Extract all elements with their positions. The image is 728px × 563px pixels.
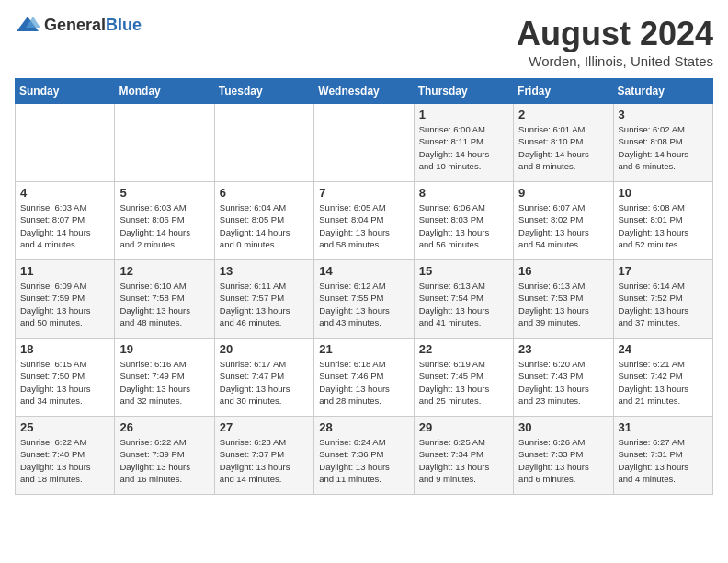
day-info: Sunrise: 6:10 AM Sunset: 7:58 PM Dayligh… (119, 280, 209, 328)
day-info: Sunrise: 6:03 AM Sunset: 8:06 PM Dayligh… (119, 201, 209, 250)
day-info: Sunrise: 6:22 AM Sunset: 7:40 PM Dayligh… (20, 436, 109, 485)
calendar-cell: 2Sunrise: 6:01 AM Sunset: 8:10 PM Daylig… (514, 104, 613, 182)
calendar-cell: 19Sunrise: 6:16 AM Sunset: 7:49 PM Dayli… (115, 339, 214, 417)
calendar-cell: 14Sunrise: 6:12 AM Sunset: 7:55 PM Dayli… (314, 260, 414, 339)
day-info: Sunrise: 6:01 AM Sunset: 8:10 PM Dayligh… (518, 123, 608, 172)
calendar-table: SundayMondayTuesdayWednesdayThursdayFrid… (15, 78, 713, 495)
day-number: 7 (319, 186, 408, 200)
header-day-thursday: Thursday (414, 79, 513, 104)
day-number: 9 (518, 186, 608, 200)
calendar-cell (115, 104, 214, 182)
day-info: Sunrise: 6:09 AM Sunset: 7:59 PM Dayligh… (20, 280, 109, 328)
day-number: 15 (419, 264, 508, 278)
day-number: 25 (20, 420, 109, 434)
calendar-cell: 23Sunrise: 6:20 AM Sunset: 7:43 PM Dayli… (514, 339, 613, 417)
day-info: Sunrise: 6:27 AM Sunset: 7:31 PM Dayligh… (619, 436, 708, 485)
day-info: Sunrise: 6:08 AM Sunset: 8:01 PM Dayligh… (619, 201, 708, 250)
calendar-cell: 5Sunrise: 6:03 AM Sunset: 8:06 PM Daylig… (115, 182, 214, 260)
day-info: Sunrise: 6:00 AM Sunset: 8:11 PM Dayligh… (419, 123, 508, 172)
location: Worden, Illinois, United States (517, 53, 713, 69)
day-number: 21 (319, 342, 408, 356)
day-number: 24 (619, 342, 708, 356)
day-info: Sunrise: 6:15 AM Sunset: 7:50 PM Dayligh… (20, 358, 109, 407)
calendar-cell: 29Sunrise: 6:25 AM Sunset: 7:34 PM Dayli… (414, 417, 513, 495)
day-info: Sunrise: 6:06 AM Sunset: 8:03 PM Dayligh… (419, 201, 508, 250)
day-number: 13 (220, 264, 309, 278)
day-number: 4 (20, 186, 109, 200)
header-day-saturday: Saturday (613, 79, 712, 104)
day-number: 14 (319, 264, 408, 278)
day-info: Sunrise: 6:02 AM Sunset: 8:08 PM Dayligh… (619, 123, 708, 172)
day-number: 5 (119, 186, 209, 200)
calendar-cell: 25Sunrise: 6:22 AM Sunset: 7:40 PM Dayli… (16, 417, 115, 495)
calendar-cell: 31Sunrise: 6:27 AM Sunset: 7:31 PM Dayli… (613, 417, 712, 495)
day-info: Sunrise: 6:13 AM Sunset: 7:53 PM Dayligh… (518, 280, 608, 328)
day-info: Sunrise: 6:26 AM Sunset: 7:33 PM Dayligh… (518, 436, 608, 485)
calendar-cell: 15Sunrise: 6:13 AM Sunset: 7:54 PM Dayli… (414, 260, 513, 339)
day-info: Sunrise: 6:18 AM Sunset: 7:46 PM Dayligh… (319, 358, 408, 407)
day-number: 10 (619, 186, 708, 200)
day-info: Sunrise: 6:19 AM Sunset: 7:45 PM Dayligh… (419, 358, 508, 407)
calendar-cell: 7Sunrise: 6:05 AM Sunset: 8:04 PM Daylig… (314, 182, 414, 260)
header-day-monday: Monday (115, 79, 214, 104)
month-title: August 2024 (517, 15, 713, 53)
calendar-cell: 26Sunrise: 6:22 AM Sunset: 7:39 PM Dayli… (115, 417, 214, 495)
title-area: August 2024 Worden, Illinois, United Sta… (517, 15, 713, 69)
logo-text-blue: Blue (106, 16, 142, 34)
day-info: Sunrise: 6:20 AM Sunset: 7:43 PM Dayligh… (518, 358, 608, 407)
day-number: 1 (419, 108, 508, 121)
calendar-cell: 11Sunrise: 6:09 AM Sunset: 7:59 PM Dayli… (16, 260, 115, 339)
calendar-week-2: 4Sunrise: 6:03 AM Sunset: 8:07 PM Daylig… (16, 182, 713, 260)
day-number: 12 (119, 264, 209, 278)
day-info: Sunrise: 6:07 AM Sunset: 8:02 PM Dayligh… (518, 201, 608, 250)
calendar-cell: 24Sunrise: 6:21 AM Sunset: 7:42 PM Dayli… (613, 339, 712, 417)
logo-text-general: General (44, 16, 106, 34)
calendar-cell: 30Sunrise: 6:26 AM Sunset: 7:33 PM Dayli… (514, 417, 613, 495)
day-info: Sunrise: 6:14 AM Sunset: 7:52 PM Dayligh… (619, 280, 708, 328)
day-number: 16 (518, 264, 608, 278)
calendar-week-1: 1Sunrise: 6:00 AM Sunset: 8:11 PM Daylig… (16, 104, 713, 182)
day-number: 17 (619, 264, 708, 278)
calendar-cell: 4Sunrise: 6:03 AM Sunset: 8:07 PM Daylig… (16, 182, 115, 260)
calendar-body: 1Sunrise: 6:00 AM Sunset: 8:11 PM Daylig… (16, 104, 713, 495)
day-info: Sunrise: 6:12 AM Sunset: 7:55 PM Dayligh… (319, 280, 408, 328)
calendar-cell (16, 104, 115, 182)
logo: GeneralBlue (15, 15, 142, 35)
day-info: Sunrise: 6:16 AM Sunset: 7:49 PM Dayligh… (119, 358, 209, 407)
day-info: Sunrise: 6:17 AM Sunset: 7:47 PM Dayligh… (220, 358, 309, 407)
calendar-cell: 17Sunrise: 6:14 AM Sunset: 7:52 PM Dayli… (613, 260, 712, 339)
day-info: Sunrise: 6:23 AM Sunset: 7:37 PM Dayligh… (220, 436, 309, 485)
day-number: 8 (419, 186, 508, 200)
day-number: 2 (518, 108, 608, 121)
header-day-wednesday: Wednesday (314, 79, 414, 104)
day-number: 20 (220, 342, 309, 356)
header-day-tuesday: Tuesday (214, 79, 313, 104)
day-info: Sunrise: 6:03 AM Sunset: 8:07 PM Dayligh… (20, 201, 109, 250)
day-number: 22 (419, 342, 508, 356)
day-number: 31 (619, 420, 708, 434)
calendar-cell: 3Sunrise: 6:02 AM Sunset: 8:08 PM Daylig… (613, 104, 712, 182)
calendar-cell: 20Sunrise: 6:17 AM Sunset: 7:47 PM Dayli… (214, 339, 313, 417)
day-number: 3 (619, 108, 708, 121)
day-info: Sunrise: 6:05 AM Sunset: 8:04 PM Dayligh… (319, 201, 408, 250)
calendar-week-5: 25Sunrise: 6:22 AM Sunset: 7:40 PM Dayli… (16, 417, 713, 495)
calendar-cell (214, 104, 313, 182)
calendar-week-4: 18Sunrise: 6:15 AM Sunset: 7:50 PM Dayli… (16, 339, 713, 417)
calendar-cell: 1Sunrise: 6:00 AM Sunset: 8:11 PM Daylig… (414, 104, 513, 182)
day-number: 23 (518, 342, 608, 356)
day-number: 6 (220, 186, 309, 200)
day-info: Sunrise: 6:25 AM Sunset: 7:34 PM Dayligh… (419, 436, 508, 485)
calendar-cell: 12Sunrise: 6:10 AM Sunset: 7:58 PM Dayli… (115, 260, 214, 339)
day-number: 26 (119, 420, 209, 434)
day-number: 27 (220, 420, 309, 434)
calendar-cell: 16Sunrise: 6:13 AM Sunset: 7:53 PM Dayli… (514, 260, 613, 339)
calendar-cell: 22Sunrise: 6:19 AM Sunset: 7:45 PM Dayli… (414, 339, 513, 417)
day-info: Sunrise: 6:13 AM Sunset: 7:54 PM Dayligh… (419, 280, 508, 328)
day-info: Sunrise: 6:21 AM Sunset: 7:42 PM Dayligh… (619, 358, 708, 407)
calendar-cell: 28Sunrise: 6:24 AM Sunset: 7:36 PM Dayli… (314, 417, 414, 495)
day-info: Sunrise: 6:22 AM Sunset: 7:39 PM Dayligh… (119, 436, 209, 485)
day-number: 30 (518, 420, 608, 434)
calendar-cell: 13Sunrise: 6:11 AM Sunset: 7:57 PM Dayli… (214, 260, 313, 339)
day-number: 28 (319, 420, 408, 434)
day-number: 19 (119, 342, 209, 356)
